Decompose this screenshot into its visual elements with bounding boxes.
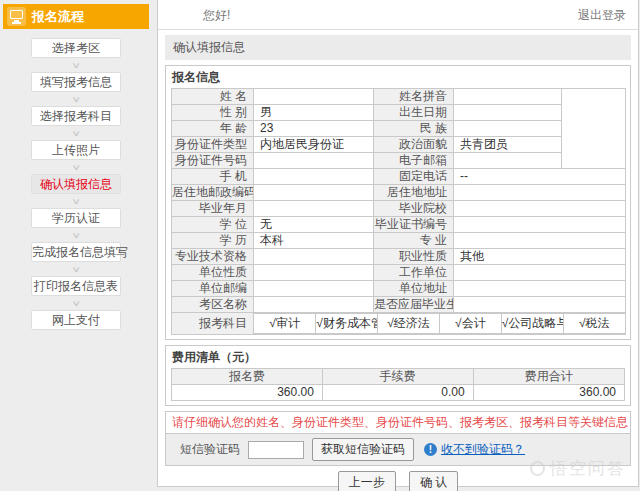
check-icon: √ — [316, 316, 323, 330]
subject-name: 会计 — [462, 316, 486, 330]
subject-name: 审计 — [276, 316, 300, 330]
field-label: 居住地邮政编码 — [172, 185, 254, 201]
chevron-down-icon: ∨ — [71, 265, 81, 272]
subjects-row: 报考科目√审计√财务成本管理√经济法√会计√公司战略与风险管理√税法 — [172, 313, 626, 335]
field-label: 姓 名 — [172, 89, 254, 105]
sidebar-step-3[interactable]: 选择报考科目 — [31, 106, 121, 126]
field-value: 其他 — [454, 249, 626, 265]
get-sms-code-button[interactable]: 获取短信验证码 — [312, 438, 414, 461]
subject-cell: √公司战略与风险管理 — [501, 314, 563, 334]
chevron-down-icon: ∨ — [71, 299, 81, 306]
field-value — [454, 105, 562, 121]
field-value: 本科 — [254, 233, 374, 249]
info-section-title: 报名信息 — [166, 66, 630, 88]
field-label: 单位性质 — [172, 265, 254, 281]
field-label: 是否应届毕业生 — [374, 297, 454, 313]
prev-step-button[interactable]: 上一步 — [338, 471, 396, 491]
field-value — [454, 89, 562, 105]
field-label: 单位地址 — [374, 281, 454, 297]
sidebar-step-1[interactable]: 选择考区 — [31, 38, 121, 58]
field-label: 专 业 — [374, 233, 454, 249]
subjects-cells: √审计√财务成本管理√经济法√会计√公司战略与风险管理√税法 — [254, 313, 626, 335]
sidebar-step-9[interactable]: 网上支付 — [31, 310, 121, 330]
sidebar-step-6[interactable]: 学历认证 — [31, 208, 121, 228]
info-row: 手 机固定电话-- — [172, 169, 626, 185]
fee-header: 报名费 — [172, 369, 323, 385]
info-row: 考区名称是否应届毕业生 — [172, 297, 626, 313]
subject-name: 税法 — [586, 316, 610, 330]
field-label: 学 历 — [172, 233, 254, 249]
field-label: 毕业院校 — [374, 201, 454, 217]
field-label: 电子邮箱 — [374, 153, 454, 169]
info-row: 居住地邮政编码居住地地址 — [172, 185, 626, 201]
field-value: 23 — [254, 121, 374, 137]
check-icon: √ — [455, 316, 462, 330]
subject-cell: √财务成本管理 — [316, 314, 378, 334]
chevron-down-icon: ∨ — [71, 129, 81, 136]
info-row: 单位性质工作单位 — [172, 265, 626, 281]
field-label: 单位邮编 — [172, 281, 254, 297]
fee-header: 费用合计 — [473, 369, 624, 385]
field-value — [254, 265, 374, 281]
sidebar-step-2[interactable]: 填写报考信息 — [31, 72, 121, 92]
sidebar-step-7[interactable]: 完成报名信息填写 — [31, 242, 121, 262]
sidebar-step-4[interactable]: 上传照片 — [31, 140, 121, 160]
info-row: 年 龄23民 族 — [172, 121, 626, 137]
info-row: 专业技术资格职业性质其他 — [172, 249, 626, 265]
subject-cell: √税法 — [563, 314, 625, 334]
field-label: 毕业证书编号 — [374, 217, 454, 233]
field-value — [454, 217, 626, 233]
fee-value: 360.00 — [172, 385, 323, 401]
chevron-down-icon: ∨ — [71, 163, 81, 170]
sms-help-link[interactable]: 收不到验证码？ — [441, 441, 525, 458]
field-label: 居住地地址 — [374, 185, 454, 201]
check-icon: √ — [579, 316, 586, 330]
chevron-down-icon: ∨ — [71, 95, 81, 102]
sms-code-input[interactable] — [248, 441, 304, 459]
info-table: 姓 名姓名拼音性 别男出生日期年 龄23民 族身份证件类型内地居民身份证政治面貌… — [171, 88, 626, 335]
logout-link[interactable]: 退出登录 — [578, 7, 626, 24]
field-value — [254, 89, 374, 105]
subjects-table: √审计√财务成本管理√经济法√会计√公司战略与风险管理√税法 — [254, 313, 625, 334]
fee-value-row: 360.000.00360.00 — [172, 385, 625, 401]
page-title: 确认填报信息 — [165, 35, 631, 60]
info-section: 报名信息 姓 名姓名拼音性 别男出生日期年 龄23民 族身份证件类型内地居民身份… — [165, 65, 631, 340]
top-bar: 您好! 退出登录 — [158, 0, 638, 30]
confirm-button[interactable]: 确 认 — [409, 471, 458, 491]
subject-cell: √经济法 — [378, 314, 440, 334]
field-label: 性 别 — [172, 105, 254, 121]
field-label: 考区名称 — [172, 297, 254, 313]
sidebar-step-8[interactable]: 打印报名信息表 — [31, 276, 121, 296]
sms-verification-row: 短信验证码 获取短信验证码 ! 收不到验证码？ — [165, 434, 631, 466]
main-panel: 您好! 退出登录 确认填报信息 报名信息 姓 名姓名拼音性 别男出生日期年 龄2… — [157, 0, 639, 487]
field-value — [254, 281, 374, 297]
warning-text: 请仔细确认您的姓名、身份证件类型、身份证件号码、报考考区、报考科目等关键信息，并… — [165, 411, 631, 434]
field-value: 无 — [254, 217, 374, 233]
subject-name: 公司战略与风险管理 — [508, 316, 563, 330]
subject-name: 财务成本管理 — [323, 316, 378, 330]
subject-name: 经济法 — [394, 316, 430, 330]
field-value: 男 — [254, 105, 374, 121]
info-row: 姓 名姓名拼音 — [172, 89, 626, 105]
field-value — [454, 281, 626, 297]
field-label: 身份证件类型 — [172, 137, 254, 153]
field-value — [254, 249, 374, 265]
field-label: 工作单位 — [374, 265, 454, 281]
info-row: 身份证件号码电子邮箱 — [172, 153, 626, 169]
fee-section-title: 费用清单（元） — [166, 346, 630, 368]
field-value — [454, 265, 626, 281]
field-value: 共青团员 — [454, 137, 562, 153]
field-label: 出生日期 — [374, 105, 454, 121]
fee-header: 手续费 — [322, 369, 473, 385]
subject-cell: √审计 — [254, 314, 316, 334]
chevron-down-icon: ∨ — [71, 197, 81, 204]
info-icon: ! — [424, 443, 437, 456]
field-value — [254, 169, 374, 185]
photo-cell — [562, 89, 626, 169]
subject-cell: √会计 — [439, 314, 501, 334]
sidebar-step-5[interactable]: 确认填报信息 — [31, 174, 121, 194]
field-label: 固定电话 — [374, 169, 454, 185]
field-label: 毕业年月 — [172, 201, 254, 217]
info-row: 性 别男出生日期 — [172, 105, 626, 121]
field-label: 手 机 — [172, 169, 254, 185]
